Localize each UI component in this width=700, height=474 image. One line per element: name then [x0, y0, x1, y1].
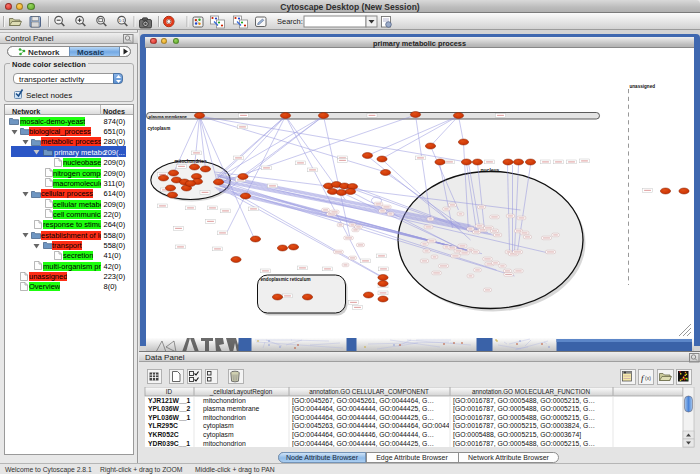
- svg-text:unassigned: unassigned: [629, 84, 655, 89]
- svg-text:[GO:0044464, GO:0044444, GO:00: [GO:0044464, GO:0044444, GO:0044425, G…: [292, 405, 434, 413]
- svg-text:mitochondrion: mitochondrion: [203, 397, 246, 404]
- svg-text:[GO:0016787, GO:0005488, GO:00: [GO:0016787, GO:0005488, GO:0005215, G…: [453, 397, 595, 405]
- svg-text:ID: ID: [166, 388, 173, 395]
- svg-text:[GO:0044464, GO:0044444, GO:00: [GO:0044464, GO:0044444, GO:0044425, G…: [292, 414, 434, 422]
- svg-text:plasma membrane: plasma membrane: [148, 114, 187, 119]
- svg-text:Search:: Search:: [277, 17, 303, 26]
- svg-text:nucleus: nucleus: [480, 167, 499, 173]
- svg-text:plasma membrane: plasma membrane: [203, 405, 260, 413]
- svg-text:cytoplasm: cytoplasm: [203, 431, 234, 439]
- svg-text:mitochondrion: mitochondrion: [203, 440, 246, 447]
- svg-text:[GO:0016787, GO:0005488, GO:00: [GO:0016787, GO:0005488, GO:0005215, G…: [453, 405, 595, 413]
- svg-text:YLR295C: YLR295C: [148, 422, 178, 429]
- svg-text:endoplasmic reticulum: endoplasmic reticulum: [260, 277, 310, 282]
- svg-text:1:1: 1:1: [119, 18, 125, 23]
- svg-text:YJR121W__1: YJR121W__1: [148, 397, 191, 404]
- svg-text:[GO:0005488, GO:0005215, GO:00: [GO:0005488, GO:0005215, GO:0003674]: [453, 431, 581, 439]
- svg-text:[GO:0044464, GO:0044444, GO:00: [GO:0044464, GO:0044444, GO:0044425, G…: [292, 440, 434, 448]
- svg-text:(x): (x): [645, 375, 651, 381]
- svg-text:YKR052C: YKR052C: [148, 431, 179, 438]
- svg-text:_cellularLayoutRegion: _cellularLayoutRegion: [209, 388, 273, 396]
- svg-text:[GO:0045267, GO:0045261, GO:00: [GO:0045267, GO:0045261, GO:0044464, G…: [292, 397, 434, 405]
- svg-text:[GO:0016787, GO:0005215, GO:00: [GO:0016787, GO:0005215, GO:0003824, G…: [453, 422, 595, 430]
- svg-text:[GO:0016787, GO:0005488, GO:00: [GO:0016787, GO:0005488, GO:0005215, G…: [453, 440, 595, 448]
- svg-text:YPL036W__2: YPL036W__2: [148, 405, 191, 412]
- svg-text:annotation.GO CELLULAR_COMPONE: annotation.GO CELLULAR_COMPONENT: [309, 388, 429, 396]
- svg-text:cytoplasm: cytoplasm: [147, 126, 170, 131]
- svg-text:mitochondrion: mitochondrion: [203, 414, 246, 421]
- svg-text:annotation.GO MOLECULAR_FUNCTI: annotation.GO MOLECULAR_FUNCTION: [472, 388, 590, 396]
- svg-text:cytoplasm: cytoplasm: [203, 422, 234, 430]
- svg-text:YDR039C__1: YDR039C__1: [148, 440, 190, 447]
- svg-text:[GO:0016787, GO:0005488, GO:00: [GO:0016787, GO:0005488, GO:0005215, G…: [453, 414, 595, 422]
- svg-text:[GO:0044464, GO:0044446, GO:00: [GO:0044464, GO:0044446, GO:0044444, G…: [292, 431, 434, 439]
- svg-text:YPL036W__1: YPL036W__1: [148, 414, 191, 421]
